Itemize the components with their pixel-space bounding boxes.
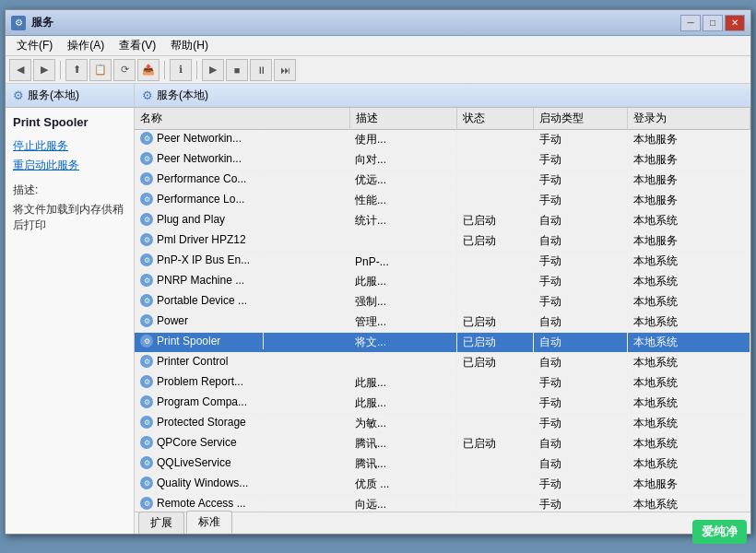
service-name: Quality Windows... xyxy=(157,477,248,489)
service-status xyxy=(457,373,534,394)
service-login: 本地系统 xyxy=(627,373,750,394)
table-row[interactable]: ⚙Print Spooler将文...已启动自动本地系统 xyxy=(135,333,750,353)
toolbar-sep-2 xyxy=(164,61,165,79)
toolbar-export[interactable]: 📤 xyxy=(137,59,159,81)
service-startup: 自动 xyxy=(534,211,628,231)
table-row[interactable]: ⚙Remote Access ...向远...手动本地系统 xyxy=(135,495,750,512)
service-desc: 管理... xyxy=(349,312,457,333)
table-row[interactable]: ⚙PnP-X IP Bus En...PnP-...手动本地系统 xyxy=(135,252,750,272)
main-window: ⚙ 服务 ─ □ ✕ 文件(F) 操作(A) 查看(V) 帮助(H) ◀ ▶ ⬆… xyxy=(5,9,751,535)
service-icon: ⚙ xyxy=(140,152,153,165)
maximize-button[interactable]: □ xyxy=(703,15,723,31)
service-login: 本地系统 xyxy=(627,414,750,434)
right-panel-header: ⚙ 服务(本地) xyxy=(135,84,750,108)
table-row[interactable]: ⚙Program Compa...此服...手动本地系统 xyxy=(135,394,750,414)
toolbar-forward[interactable]: ▶ xyxy=(33,59,55,81)
service-desc: 此服... xyxy=(349,394,457,414)
toolbar-refresh[interactable]: ⟳ xyxy=(113,59,136,81)
table-row[interactable]: ⚙Protected Storage为敏...手动本地系统 xyxy=(135,414,750,434)
table-row[interactable]: ⚙Peer Networkin...使用...手动本地服务 xyxy=(135,130,750,150)
table-row[interactable]: ⚙Pml Driver HPZ12已启动自动本地服务 xyxy=(135,231,750,252)
toolbar-up[interactable]: ⬆ xyxy=(65,59,88,81)
service-desc: 强制... xyxy=(349,292,457,312)
minimize-button[interactable]: ─ xyxy=(680,15,701,31)
col-header-status[interactable]: 状态 xyxy=(457,108,534,130)
service-status: 已启动 xyxy=(457,231,534,252)
service-startup: 手动 xyxy=(534,191,628,211)
table-row[interactable]: ⚙PNRP Machine ...此服...手动本地系统 xyxy=(135,272,750,292)
service-login: 本地系统 xyxy=(627,434,750,454)
menu-bar: 文件(F) 操作(A) 查看(V) 帮助(H) xyxy=(6,36,750,56)
toolbar-restart[interactable]: ⏭ xyxy=(274,59,296,81)
service-desc: 此服... xyxy=(349,272,457,292)
service-status xyxy=(457,171,534,191)
table-row[interactable]: ⚙Performance Lo...性能...手动本地服务 xyxy=(135,191,750,211)
toolbar-stop[interactable]: ■ xyxy=(226,59,248,81)
service-name: Protected Storage xyxy=(157,416,246,429)
service-name: Printer Control xyxy=(157,355,228,368)
table-row[interactable]: ⚙Quality Windows...优质 ...手动本地服务 xyxy=(135,475,750,495)
service-login: 本地系统 xyxy=(627,333,750,353)
service-status xyxy=(457,394,534,414)
table-header-row: 名称 描述 状态 启动类型 登录为 xyxy=(135,108,750,130)
service-desc: 优远... xyxy=(349,171,457,191)
close-button[interactable]: ✕ xyxy=(725,15,745,31)
description-text: 将文件加载到内存供稍后打印 xyxy=(13,202,126,233)
service-login: 本地系统 xyxy=(627,495,750,512)
toolbar-sep-3 xyxy=(196,61,197,79)
service-status: 已启动 xyxy=(457,312,534,333)
table-row[interactable]: ⚙Portable Device ...强制...手动本地系统 xyxy=(135,292,750,312)
service-startup: 自动 xyxy=(534,434,628,454)
tab-expand[interactable]: 扩展 xyxy=(138,512,184,534)
service-login: 本地服务 xyxy=(627,130,750,150)
service-desc: 腾讯... xyxy=(349,454,457,475)
menu-help[interactable]: 帮助(H) xyxy=(163,36,216,55)
table-row[interactable]: ⚙Problem Report...此服...手动本地系统 xyxy=(135,373,750,394)
restart-service-link[interactable]: 重启动此服务 xyxy=(13,158,126,173)
service-desc: 统计... xyxy=(349,211,457,231)
service-login: 本地服务 xyxy=(627,231,750,252)
stop-service-link[interactable]: 停止此服务 xyxy=(13,138,126,154)
table-row[interactable]: ⚙QQLiveService腾讯...自动本地系统 xyxy=(135,454,750,475)
toolbar-back[interactable]: ◀ xyxy=(9,59,31,81)
service-name: Remote Access ... xyxy=(157,497,246,510)
toolbar-play[interactable]: ▶ xyxy=(202,59,224,81)
toolbar-pause[interactable]: ⏸ xyxy=(250,59,272,81)
tab-standard[interactable]: 标准 xyxy=(186,511,232,534)
service-login: 本地服务 xyxy=(627,171,750,191)
toolbar-properties[interactable]: ℹ xyxy=(170,59,192,81)
tab-bar: 扩展 标准 xyxy=(135,512,750,534)
service-name: Program Compa... xyxy=(157,395,247,408)
menu-file[interactable]: 文件(F) xyxy=(9,36,60,55)
service-desc: 为敏... xyxy=(349,414,457,434)
service-login: 本地系统 xyxy=(627,353,750,373)
service-icon: ⚙ xyxy=(140,213,153,226)
service-startup: 手动 xyxy=(534,130,628,150)
service-icon: ⚙ xyxy=(140,172,153,185)
service-startup: 手动 xyxy=(534,292,628,312)
service-startup: 手动 xyxy=(534,373,628,394)
service-icon: ⚙ xyxy=(140,193,153,206)
table-row[interactable]: ⚙Performance Co...优远...手动本地服务 xyxy=(135,171,750,191)
col-header-desc[interactable]: 描述 xyxy=(349,108,457,130)
service-status: 已启动 xyxy=(457,353,534,373)
menu-view[interactable]: 查看(V) xyxy=(112,36,163,55)
service-desc: PnP-... xyxy=(349,252,457,272)
service-table[interactable]: 名称 描述 状态 启动类型 登录为 ⚙Peer Networkin...使用..… xyxy=(135,108,750,512)
menu-action[interactable]: 操作(A) xyxy=(60,36,112,55)
service-status xyxy=(457,475,534,495)
col-header-startup[interactable]: 启动类型 xyxy=(534,108,628,130)
service-startup: 手动 xyxy=(534,495,628,512)
right-panel-title: 服务(本地) xyxy=(157,88,208,103)
col-header-login[interactable]: 登录为 xyxy=(627,108,750,130)
table-row[interactable]: ⚙Plug and Play统计...已启动自动本地系统 xyxy=(135,211,750,231)
table-row[interactable]: ⚙Power管理...已启动自动本地系统 xyxy=(135,312,750,333)
table-row[interactable]: ⚙Peer Networkin...向对...手动本地服务 xyxy=(135,150,750,171)
service-icon: ⚙ xyxy=(140,233,153,246)
table-row[interactable]: ⚙QPCore Service腾讯...已启动自动本地系统 xyxy=(135,434,750,454)
col-header-name[interactable]: 名称 xyxy=(135,108,349,130)
toolbar-show-hide[interactable]: 📋 xyxy=(89,59,112,81)
table-row[interactable]: ⚙Printer Control已启动自动本地系统 xyxy=(135,353,750,373)
service-icon: ⚙ xyxy=(140,274,153,287)
title-bar-left: ⚙ 服务 xyxy=(11,15,53,30)
